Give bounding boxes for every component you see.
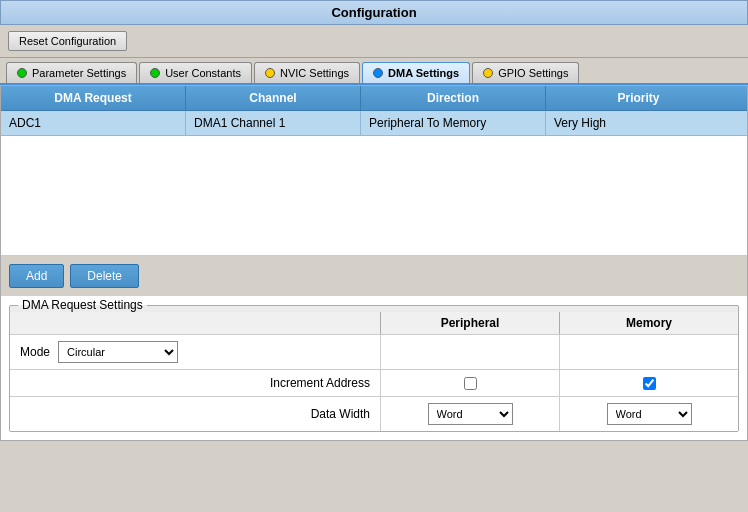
peripheral-increment-checkbox[interactable] [464,377,477,390]
peripheral-data-width-cell: Byte Half Word Word [381,397,559,431]
settings-col-headers: Peripheral Memory [10,312,738,335]
data-width-label-cell: Data Width [10,397,380,431]
memory-col-header: Memory [560,312,738,334]
settings-group-legend: DMA Request Settings [18,298,147,312]
title-text: Configuration [331,5,416,20]
tab-dot-user-constants [150,68,160,78]
table-row[interactable]: ADC1 DMA1 Channel 1 Peripheral To Memory… [1,111,747,136]
peripheral-data-width-select[interactable]: Byte Half Word Word [428,403,513,425]
cell-priority: Very High [546,111,731,135]
delete-button[interactable]: Delete [70,264,139,288]
empty-header [10,312,380,334]
tab-label-dma: DMA Settings [388,67,459,79]
memory-data-width-cell: Byte Half Word Word [560,397,738,431]
mode-row: Mode Normal Circular [10,335,738,370]
increment-label-cell: Increment Address [10,370,380,396]
cell-channel: DMA1 Channel 1 [186,111,361,135]
memory-data-width-select[interactable]: Byte Half Word Word [607,403,692,425]
tab-dot-nvic [265,68,275,78]
tab-nvic-settings[interactable]: NVIC Settings [254,62,360,83]
tab-dma-settings[interactable]: DMA Settings [362,62,470,83]
add-button[interactable]: Add [9,264,64,288]
tab-label-gpio: GPIO Settings [498,67,568,79]
tab-dot-dma [373,68,383,78]
table-empty-area [1,136,747,256]
mode-cell: Mode Normal Circular [10,335,380,369]
title-bar: Configuration [0,0,748,25]
table-header: DMA Request Channel Direction Priority [1,86,747,111]
tab-bar: Parameter Settings User Constants NVIC S… [0,58,748,85]
mode-label: Mode [20,345,50,359]
col-priority: Priority [546,86,731,110]
tab-label-nvic: NVIC Settings [280,67,349,79]
increment-address-label: Increment Address [270,376,370,390]
cell-dma-request: ADC1 [1,111,186,135]
tab-label-parameter: Parameter Settings [32,67,126,79]
dma-request-settings-group: DMA Request Settings Peripheral Memory M… [9,298,739,432]
col-channel: Channel [186,86,361,110]
memory-increment-cell [560,370,738,396]
data-width-row: Data Width Byte Half Word Word Byte Half… [10,397,738,431]
reset-config-button[interactable]: Reset Configuration [8,31,127,51]
data-width-label: Data Width [311,407,370,421]
increment-row: Increment Address [10,370,738,397]
tab-dot-parameter [17,68,27,78]
tab-gpio-settings[interactable]: GPIO Settings [472,62,579,83]
col-dma-request: DMA Request [1,86,186,110]
memory-mode-cell [560,335,738,369]
toolbar: Reset Configuration [0,25,748,58]
cell-direction: Peripheral To Memory [361,111,546,135]
action-buttons-row: Add Delete [1,256,747,296]
tab-user-constants[interactable]: User Constants [139,62,252,83]
tab-label-user-constants: User Constants [165,67,241,79]
peripheral-col-header: Peripheral [381,312,559,334]
peripheral-increment-cell [381,370,559,396]
mode-select[interactable]: Normal Circular [58,341,178,363]
tab-parameter-settings[interactable]: Parameter Settings [6,62,137,83]
memory-increment-checkbox[interactable] [643,377,656,390]
col-direction: Direction [361,86,546,110]
peripheral-mode-cell [381,335,559,369]
main-content: DMA Request Channel Direction Priority A… [0,85,748,441]
tab-dot-gpio [483,68,493,78]
